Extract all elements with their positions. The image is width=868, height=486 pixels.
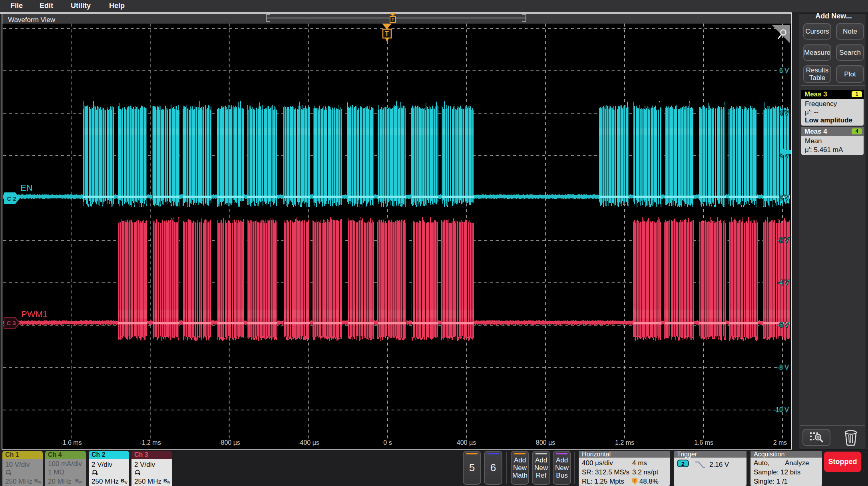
svg-text:6 V: 6 V	[779, 67, 789, 74]
svg-text:-10 V: -10 V	[774, 406, 789, 413]
svg-text:-8 V: -8 V	[777, 364, 789, 371]
svg-text:T: T	[634, 479, 636, 483]
svg-text:-6 V: -6 V	[777, 322, 789, 328]
svg-text:800 µs: 800 µs	[536, 439, 555, 446]
svg-text:T: T	[392, 17, 394, 22]
svg-text:C 2: C 2	[7, 195, 16, 202]
svg-text:-400 µs: -400 µs	[298, 439, 319, 446]
svg-text:1.6 ms: 1.6 ms	[694, 439, 713, 446]
svg-text:2 ms: 2 ms	[773, 439, 787, 446]
svg-text:1.2 ms: 1.2 ms	[615, 439, 634, 446]
svg-text:-1.6 ms: -1.6 ms	[60, 439, 82, 446]
svg-text:PWM1: PWM1	[21, 309, 48, 319]
svg-text:0 s: 0 s	[383, 439, 392, 446]
svg-text:C 3: C 3	[6, 320, 16, 326]
svg-text:-4 V: -4 V	[777, 279, 789, 286]
svg-text:-800 µs: -800 µs	[219, 439, 240, 446]
svg-text:0 V: 0 V	[779, 194, 789, 201]
svg-text:400 µs: 400 µs	[457, 439, 476, 446]
svg-text:-1.2 ms: -1.2 ms	[139, 439, 161, 446]
svg-text:EN: EN	[20, 183, 33, 193]
svg-text:T: T	[385, 30, 389, 37]
svg-text:4 V: 4 V	[779, 110, 789, 116]
svg-text:-2 V: -2 V	[777, 237, 789, 244]
